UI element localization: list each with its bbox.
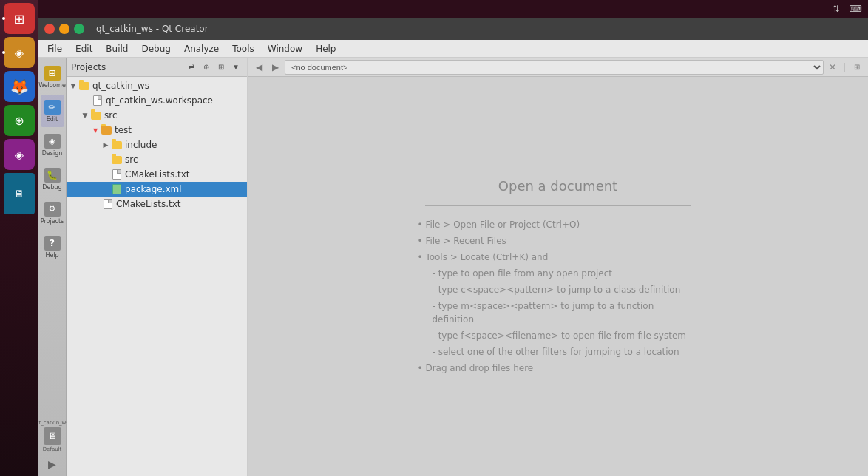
tree-item-src-sub[interactable]: src [67, 152, 247, 167]
menu-build[interactable]: Build [100, 42, 134, 55]
menu-bar: File Edit Build Debug Analyze Tools Wind… [38, 40, 868, 58]
tree-item-cmake-src[interactable]: CMakeLists.txt [67, 197, 247, 211]
test-arrow: ▼ [90, 127, 101, 134]
expand-panel-button[interactable]: ⊞ [214, 61, 228, 74]
open-doc-title: Open a document [498, 178, 617, 194]
tree-item-include[interactable]: ▶ include [67, 137, 247, 152]
tree-item-cmake-test[interactable]: CMakeLists.txt [67, 167, 247, 182]
sidebar-projects-label: Projects [41, 218, 64, 225]
tree-item-root[interactable]: ▼ qt_catkin_ws [67, 78, 247, 93]
separator: | [843, 62, 846, 72]
window-title: qt_catkin_ws - Qt Creator [96, 24, 208, 34]
sidebar-design[interactable]: ◈ Design [41, 129, 64, 161]
cmake-test-icon [111, 169, 123, 180]
menu-tools[interactable]: Tools [226, 42, 260, 55]
workspace-file-icon [92, 95, 104, 106]
sidebar-edit[interactable]: ✏ Edit [41, 95, 64, 127]
doc-close-button[interactable]: ✕ [827, 61, 838, 73]
file-tree: ▼ qt_catkin_ws [67, 77, 247, 476]
src-label: src [104, 110, 118, 120]
cmake-src-icon [102, 198, 114, 210]
ubuntu-dock: ⊞ ◈ 🦊 ⊕ ◈ 🖥 [0, 0, 38, 476]
tree-item-package-xml[interactable]: package.xml [67, 182, 247, 197]
play-icon: ▶ [48, 458, 56, 470]
src-sub-label: src [125, 154, 138, 165]
menu-analyze[interactable]: Analyze [178, 42, 225, 55]
include-arrow: ▶ [101, 141, 111, 149]
main-panel: ⊞ Welcome ✏ Edit ◈ Design 🐛 [38, 58, 868, 476]
sidebar-debug[interactable]: 🐛 Debug [41, 163, 64, 195]
doc-header: ◀ ▶ <no document> ✕ | ⊞ [248, 58, 868, 77]
content-area: ⊞ Welcome ✏ Edit ◈ Design 🐛 [38, 58, 868, 476]
dock-app-4[interactable]: ⊕ [4, 105, 35, 136]
test-label: test [115, 125, 132, 135]
sidebar-projects[interactable]: ⚙ Projects [41, 197, 64, 229]
close-button[interactable] [44, 24, 55, 34]
menu-help[interactable]: Help [310, 42, 342, 55]
menu-file[interactable]: File [41, 42, 68, 55]
nav-forward-button[interactable]: ▶ [268, 61, 282, 74]
sidebar-bottom: qt_catkin_ws 🖥 Default [38, 420, 69, 452]
tree-item-src[interactable]: ▼ src [67, 108, 247, 123]
sync-button[interactable]: ⇄ [185, 61, 198, 74]
dock-app-3[interactable]: 🦊 [4, 71, 35, 102]
sidebar-help-label: Help [45, 252, 58, 259]
document-select[interactable]: <no document> [285, 60, 824, 75]
nav-back-button[interactable]: ◀ [252, 61, 265, 74]
hint-8: • Drag and drop files here [418, 361, 699, 375]
sidebar-edit-label: Edit [47, 116, 58, 123]
open-doc-divider [425, 205, 691, 206]
sidebar-help[interactable]: ? Help [41, 231, 64, 263]
sidebar-debug-label: Debug [42, 184, 61, 191]
hint-7: - select one of the other filters for ju… [418, 345, 699, 358]
dock-app-6[interactable]: 🖥 [4, 173, 35, 214]
src-folder-icon [90, 109, 102, 121]
sidebar-design-label: Design [42, 150, 63, 157]
root-arrow: ▼ [68, 82, 78, 89]
play-button[interactable]: ▶ [44, 457, 61, 472]
status-icon-2: ⌨ [849, 2, 862, 16]
link-button[interactable]: ⊕ [200, 61, 213, 74]
menu-window[interactable]: Window [262, 42, 308, 55]
editor-empty-state: Open a document • File > Open File or Pr… [248, 77, 868, 476]
status-icon-1: ⇅ [830, 2, 843, 16]
package-xml-icon [111, 183, 123, 195]
include-folder-icon [111, 139, 123, 151]
minimize-button[interactable] [59, 24, 69, 34]
hint-5: - type m<space><pattern> to jump to a fu… [418, 299, 699, 326]
panel-toolbar: ⇄ ⊕ ⊞ ▼ [185, 61, 243, 74]
title-bar: qt_catkin_ws - Qt Creator [38, 18, 868, 40]
cmake-src-label: CMakeLists.txt [116, 199, 181, 209]
hint-4: - type c<space><pattern> to jump to a cl… [418, 283, 699, 296]
root-label: qt_catkin_ws [92, 81, 149, 91]
workspace-label: qt_catkin_ws.workspace [106, 95, 213, 106]
test-folder-icon [101, 124, 112, 136]
tree-item-test[interactable]: ▼ test [67, 123, 247, 137]
dock-app-1[interactable]: ⊞ [4, 3, 35, 34]
hint-3: - type to open file from any open projec… [418, 267, 699, 280]
menu-debug[interactable]: Debug [135, 42, 176, 55]
hint-2: • Tools > Locate (Ctrl+K) and [418, 251, 699, 264]
editor-area: ◀ ▶ <no document> ✕ | ⊞ Open a document [248, 58, 868, 476]
tree-item-workspace[interactable]: qt_catkin_ws.workspace [67, 93, 247, 108]
open-doc-hints: • File > Open File or Project (Ctrl+O) •… [418, 218, 699, 375]
dock-app-5[interactable]: ◈ [4, 139, 35, 170]
doc-expand-button[interactable]: ⊞ [850, 61, 864, 74]
hint-0: • File > Open File or Project (Ctrl+O) [418, 218, 699, 231]
sidebar-welcome-label: Welcome [38, 82, 66, 89]
dock-app-2[interactable]: ◈ [4, 37, 35, 68]
menu-edit[interactable]: Edit [69, 42, 98, 55]
screen-icon: 🖥 [44, 427, 61, 445]
sidebar-welcome[interactable]: ⊞ Welcome [41, 61, 64, 93]
root-folder-icon [78, 80, 90, 92]
hint-1: • File > Recent Files [418, 234, 699, 248]
panel-title: Projects [71, 62, 182, 72]
maximize-button[interactable] [74, 24, 84, 34]
include-label: include [125, 140, 157, 150]
project-panel: Projects ⇄ ⊕ ⊞ ▼ ▼ [67, 58, 248, 476]
screen-label: Default [43, 446, 62, 452]
filter-button[interactable]: ▼ [229, 61, 243, 74]
window-controls [44, 24, 84, 34]
workspace-name: qt_catkin_ws [38, 420, 69, 426]
package-xml-label: package.xml [125, 184, 182, 194]
